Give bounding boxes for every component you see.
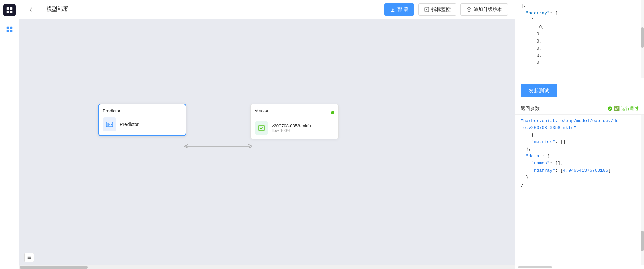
main-area: 模型部署 部 署 指标监控 添加 bbox=[19, 0, 515, 269]
code-scroll-thumb[interactable] bbox=[641, 27, 644, 48]
predictor-node-label: Predictor bbox=[120, 122, 139, 127]
canvas-tool-list[interactable] bbox=[24, 253, 34, 262]
page-title: 模型部署 bbox=[47, 6, 379, 13]
header-actions: 部 署 指标监控 添加升级版本 bbox=[384, 3, 508, 16]
deploy-button[interactable]: 部 署 bbox=[384, 3, 414, 16]
add-version-button[interactable]: 添加升级版本 bbox=[460, 3, 508, 16]
code-area: ], "ndarray": [ [ 10, 0, 0, 0, 0, 0 bbox=[515, 0, 644, 78]
version-flow: flow 100% bbox=[272, 128, 311, 133]
horizontal-scrollbar[interactable] bbox=[19, 265, 515, 269]
svg-point-12 bbox=[111, 124, 112, 125]
run-pass-label: ✅ 运行通过 bbox=[614, 106, 639, 112]
svg-rect-0 bbox=[6, 7, 9, 10]
bottom-scroll-thumb[interactable] bbox=[518, 266, 552, 268]
sidebar bbox=[0, 0, 19, 269]
back-button[interactable] bbox=[26, 5, 35, 14]
svg-rect-3 bbox=[10, 11, 12, 13]
right-panel: ], "ndarray": [ [ 10, 0, 0, 0, 0, 0 发起测试… bbox=[515, 0, 644, 269]
version-node-header: Version bbox=[255, 108, 334, 117]
metrics-label: 指标监控 bbox=[431, 6, 451, 13]
flow-arrows bbox=[19, 19, 515, 269]
return-scrollbar[interactable] bbox=[641, 115, 644, 265]
deploy-label: 部 署 bbox=[397, 6, 408, 13]
code-content[interactable]: ], "ndarray": [ [ 10, 0, 0, 0, 0, 0 bbox=[515, 0, 644, 78]
svg-rect-4 bbox=[6, 27, 9, 29]
return-scrollbar-thumb[interactable] bbox=[641, 231, 644, 251]
metrics-button[interactable]: 指标监控 bbox=[418, 3, 456, 16]
svg-rect-7 bbox=[10, 30, 12, 32]
canvas-area: Predictor Predictor Version bbox=[19, 19, 515, 269]
predictor-node[interactable]: Predictor Predictor bbox=[98, 104, 186, 136]
version-icon-box bbox=[255, 121, 268, 135]
version-status-dot bbox=[331, 111, 334, 114]
add-version-label: 添加升级版本 bbox=[474, 6, 502, 13]
version-name: v200708-0358-mkfu bbox=[272, 123, 311, 128]
header: 模型部署 部 署 指标监控 添加 bbox=[19, 0, 515, 19]
version-info: v200708-0358-mkfu flow 100% bbox=[272, 123, 311, 133]
sidebar-nav-item[interactable] bbox=[3, 23, 16, 35]
return-section: 返回参数： ✅ 运行通过 "harbor.eniot.io/eap/model/… bbox=[515, 103, 644, 269]
svg-rect-1 bbox=[10, 7, 12, 10]
canvas-toolbar bbox=[24, 253, 34, 262]
code-area-scrollbar[interactable] bbox=[641, 0, 644, 78]
return-params-label: 返回参数： bbox=[521, 106, 544, 112]
version-node-title: Version bbox=[255, 108, 269, 113]
canvas-wrapper: Predictor Predictor Version bbox=[19, 19, 515, 269]
predictor-icon-box bbox=[103, 117, 116, 131]
sidebar-logo[interactable] bbox=[3, 4, 16, 16]
predictor-node-body: Predictor bbox=[103, 117, 182, 131]
predictor-node-title: Predictor bbox=[103, 108, 182, 113]
version-node[interactable]: Version v200708-0358-mkfu flow 100% bbox=[250, 104, 339, 139]
version-node-body: v200708-0358-mkfu flow 100% bbox=[255, 121, 334, 135]
header-divider bbox=[41, 6, 41, 13]
svg-rect-5 bbox=[10, 27, 12, 29]
svg-point-17 bbox=[608, 106, 612, 111]
test-button[interactable]: 发起测试 bbox=[521, 84, 557, 97]
svg-rect-13 bbox=[259, 125, 264, 131]
svg-rect-6 bbox=[6, 30, 9, 32]
svg-rect-2 bbox=[6, 11, 9, 13]
test-section: 发起测试 bbox=[515, 78, 644, 103]
bottom-scroll-area[interactable] bbox=[515, 265, 644, 269]
return-code-content[interactable]: "harbor.eniot.io/eap/model/eap-dev/de mo… bbox=[515, 115, 644, 265]
h-scrollbar-thumb[interactable] bbox=[20, 266, 88, 269]
run-pass-status: ✅ 运行通过 bbox=[607, 106, 639, 112]
return-header: 返回参数： ✅ 运行通过 bbox=[515, 103, 644, 115]
